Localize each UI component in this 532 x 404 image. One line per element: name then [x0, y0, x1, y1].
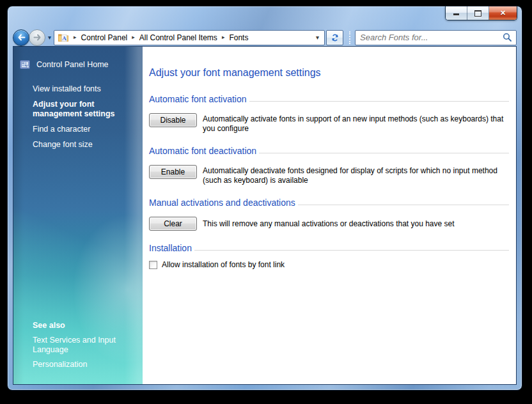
- section-heading-automatic-font-deactivation: Automatic font deactivation: [149, 146, 256, 157]
- sidebar-item-personalization[interactable]: Personalization: [33, 360, 132, 369]
- see-also-section: See also Text Services and Input Languag…: [33, 321, 132, 375]
- breadcrumb-all-control-panel-items[interactable]: All Control Panel Items: [139, 33, 217, 42]
- section-row: Enable Automatically deactivate fonts de…: [149, 165, 509, 185]
- search-box: [355, 30, 517, 45]
- window-caption-buttons: ✕: [445, 6, 517, 20]
- minimize-button[interactable]: [446, 6, 467, 20]
- sidebar-item-view-installed-fonts[interactable]: View installed fonts: [33, 84, 134, 94]
- sidebar-item-adjust-font-management[interactable]: Adjust your font management settings: [33, 100, 134, 119]
- forward-arrow-icon: [33, 34, 42, 41]
- search-icon[interactable]: [503, 33, 512, 42]
- section-heading-row: Automatic font activation: [149, 94, 509, 105]
- sidebar-item-find-a-character[interactable]: Find a character: [33, 125, 134, 134]
- recent-pages-chevron-icon[interactable]: ▾: [48, 35, 51, 41]
- section-row: Clear This will remove any manual activa…: [149, 217, 509, 231]
- section-rule: [194, 250, 509, 251]
- toolbar-separator: [349, 31, 350, 44]
- navigation-bar: ▾ A ▸ Control Panel ▸ All Control Panel …: [13, 29, 517, 46]
- address-dropdown-icon[interactable]: ▾: [311, 35, 324, 41]
- section-heading-row: Automatic font deactivation: [149, 146, 509, 157]
- sidebar: Control Panel Home View installed fonts …: [13, 47, 143, 384]
- sidebar-item-text-services[interactable]: Text Services and Input Language: [33, 336, 132, 355]
- page-title: Adjust your font management settings: [149, 66, 509, 79]
- font-link-checkbox-row: Allow installation of fonts by font link: [149, 260, 509, 269]
- enable-button[interactable]: Enable: [149, 165, 197, 179]
- forward-button[interactable]: [29, 29, 45, 46]
- section-rule: [298, 205, 509, 205]
- breadcrumb-separator-icon: ▸: [217, 35, 230, 40]
- client-area: Control Panel Home View installed fonts …: [13, 46, 517, 385]
- breadcrumb-separator-icon: ▸: [127, 35, 139, 40]
- minimize-icon: [453, 13, 459, 15]
- section-heading-automatic-font-activation: Automatic font activation: [149, 94, 247, 105]
- see-also-heading: See also: [33, 321, 132, 330]
- control-panel-home-icon: [20, 59, 31, 70]
- section-description: This will remove any manual activations …: [203, 217, 455, 229]
- search-input[interactable]: [356, 33, 503, 42]
- section-description: Automatically deactivate fonts designed …: [203, 165, 509, 185]
- section-heading-row: Manual activations and deactivations: [149, 198, 509, 208]
- svg-text:A: A: [62, 35, 66, 42]
- sidebar-task-links: View installed fonts Adjust your font ma…: [33, 84, 134, 150]
- breadcrumb-control-panel[interactable]: Control Panel: [81, 33, 128, 42]
- back-button[interactable]: [13, 29, 29, 46]
- explorer-window: ✕ ▾ A ▸ Control Panel ▸ All Control: [8, 6, 522, 390]
- section-heading-manual-activations: Manual activations and deactivations: [149, 198, 295, 208]
- breadcrumb-fonts[interactable]: Fonts: [229, 33, 248, 42]
- sidebar-item-change-font-size[interactable]: Change font size: [33, 140, 134, 150]
- sidebar-item-control-panel-home[interactable]: Control Panel Home: [20, 59, 143, 70]
- breadcrumb-separator-icon: ▸: [69, 35, 81, 40]
- checkbox-label[interactable]: Allow installation of fonts by font link: [162, 260, 285, 269]
- close-icon: ✕: [500, 10, 506, 17]
- maximize-icon: [474, 10, 481, 17]
- main-panel: Adjust your font management settings Aut…: [143, 47, 516, 384]
- close-button[interactable]: ✕: [489, 6, 517, 20]
- section-heading-installation: Installation: [149, 243, 192, 254]
- section-rule: [249, 101, 509, 102]
- disable-button[interactable]: Disable: [149, 113, 197, 127]
- refresh-icon: [331, 33, 340, 42]
- maximize-button[interactable]: [467, 6, 489, 20]
- allow-font-link-checkbox[interactable]: [149, 261, 157, 269]
- back-arrow-icon: [17, 34, 26, 41]
- sidebar-item-label: Control Panel Home: [36, 60, 109, 69]
- section-row: Disable Automatically activate fonts in …: [149, 113, 509, 134]
- section-description: Automatically activate fonts in support …: [203, 113, 509, 134]
- section-rule: [259, 153, 509, 153]
- clear-button[interactable]: Clear: [149, 217, 197, 231]
- address-bar[interactable]: A ▸ Control Panel ▸ All Control Panel It…: [54, 30, 325, 45]
- section-heading-row: Installation: [149, 243, 509, 254]
- refresh-button[interactable]: [326, 30, 343, 45]
- fonts-folder-icon: A: [58, 33, 69, 42]
